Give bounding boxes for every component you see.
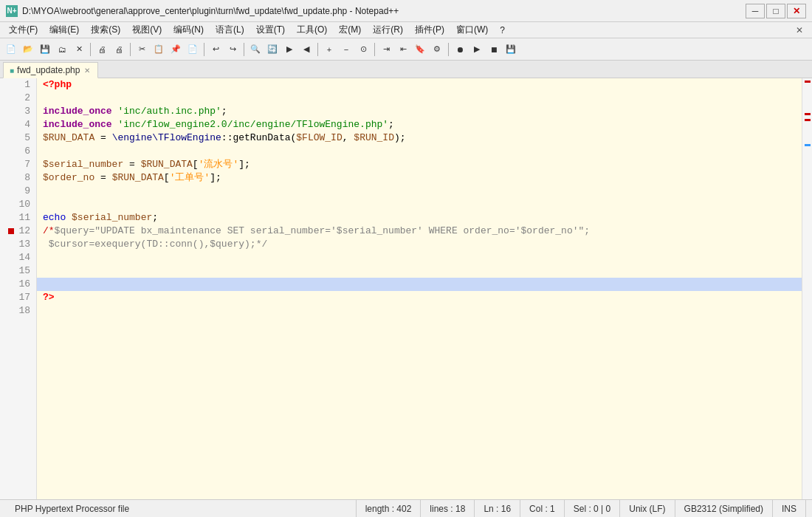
status-length: length : 402: [357, 500, 422, 517]
code-line-1[interactable]: <?php: [37, 78, 802, 92]
menu-settings[interactable]: 设置(T): [250, 22, 291, 38]
close-button[interactable]: ✕: [787, 4, 806, 18]
close-button2[interactable]: ✕: [71, 41, 87, 58]
code-line-9[interactable]: [37, 185, 802, 198]
tab-fwd-update[interactable]: ■ fwd_update.php ✕: [3, 62, 98, 78]
code-line-16[interactable]: [37, 278, 802, 291]
indent-button[interactable]: ⇥: [378, 41, 394, 58]
sep5: [317, 43, 318, 56]
menu-search[interactable]: 搜索(S): [85, 22, 126, 38]
menu-macro[interactable]: 宏(M): [333, 22, 367, 38]
play-button[interactable]: ▶: [469, 41, 485, 58]
line-num-13: 13: [0, 238, 36, 251]
code-area[interactable]: <?php include_once 'inc/auth.inc.php' ; …: [37, 78, 802, 499]
code-line-8[interactable]: $order_no = $RUN_DATA [ '工单号' ];: [37, 171, 802, 185]
macro-button[interactable]: ⚙: [429, 41, 445, 58]
menu-view[interactable]: 视图(V): [126, 22, 168, 38]
line-num-11: 11: [0, 211, 36, 225]
selection-marker: [805, 144, 811, 146]
menu-plugins[interactable]: 插件(P): [409, 22, 450, 38]
replace-button[interactable]: 🔄: [264, 41, 281, 58]
code-line-7[interactable]: $serial_number = $RUN_DATA [ '流水号' ];: [37, 158, 802, 171]
save-button[interactable]: 💾: [37, 41, 53, 58]
line-num-1: 1: [0, 78, 36, 92]
code-line-13[interactable]: $cursor=exequery(TD::conn(),$query);*/: [37, 238, 802, 251]
copy-button[interactable]: 📋: [151, 41, 167, 58]
line-num-12: 12: [0, 225, 36, 238]
sep2: [130, 43, 131, 56]
code-line-15[interactable]: [37, 264, 802, 278]
line-num-7: 7: [0, 158, 36, 171]
code-line-18[interactable]: [37, 304, 802, 318]
outdent-button[interactable]: ⇤: [395, 41, 411, 58]
menu-run[interactable]: 运行(R): [367, 22, 409, 38]
undo-button[interactable]: ↩: [207, 41, 224, 58]
code-line-6[interactable]: [37, 145, 802, 158]
copy2-button[interactable]: 📄: [185, 41, 201, 58]
save-macro-button[interactable]: 💾: [503, 41, 519, 58]
line-num-9: 9: [0, 185, 36, 198]
zoom-reset-button[interactable]: ⊙: [355, 41, 371, 58]
menu-help[interactable]: ?: [494, 24, 511, 37]
title-text: D:\MYOA\webroot\general\approve_center\p…: [22, 6, 399, 16]
record-button[interactable]: ⏺: [452, 41, 468, 58]
line-num-10: 10: [0, 198, 36, 211]
sep4: [244, 43, 244, 56]
code-line-4[interactable]: include_once 'inc/flow_engine2.0/inc/eng…: [37, 118, 802, 131]
line-num-4: 4: [0, 118, 36, 131]
line-num-14: 14: [0, 251, 36, 264]
sep6: [374, 43, 375, 56]
print2-button[interactable]: 🖨: [111, 41, 127, 58]
line-num-18: 18: [0, 304, 36, 318]
find-next-button[interactable]: ▶: [281, 41, 297, 58]
code-line-10[interactable]: [37, 198, 802, 211]
toolbar: 📄 📂 💾 🗂 ✕ 🖨 🖨 ✂ 📋 📌 📄 ↩ ↪ 🔍 🔄 ▶ ◀ + − ⊙ …: [0, 38, 812, 61]
open-button[interactable]: 📂: [20, 41, 36, 58]
find-button[interactable]: 🔍: [247, 41, 264, 58]
code-line-3[interactable]: include_once 'inc/auth.inc.php' ;: [37, 105, 802, 118]
menu-tools[interactable]: 工具(O): [291, 22, 333, 38]
menu-encoding[interactable]: 编码(N): [168, 22, 210, 38]
new-button[interactable]: 📄: [3, 41, 19, 58]
status-line-ending: Unix (LF): [620, 500, 675, 517]
code-line-2[interactable]: [37, 92, 802, 105]
code-line-5[interactable]: $RUN_DATA = \engine\TFlowEngine :: getRu…: [37, 131, 802, 145]
print-button[interactable]: 🖨: [94, 41, 110, 58]
error-marker-3: [805, 119, 811, 121]
tab-close-button[interactable]: ✕: [84, 66, 90, 75]
error-marker-2: [805, 113, 811, 115]
find-prev-button[interactable]: ◀: [298, 41, 314, 58]
code-line-12[interactable]: /* $query="UPDATE bx_maintenance SET ser…: [37, 225, 802, 238]
paste-button[interactable]: 📌: [168, 41, 184, 58]
close-find-bar[interactable]: ✕: [790, 25, 809, 35]
stop-button[interactable]: ⏹: [486, 41, 502, 58]
menu-file[interactable]: 文件(F): [3, 22, 44, 38]
maximize-button[interactable]: □: [766, 4, 785, 18]
menu-edit[interactable]: 编辑(E): [44, 22, 85, 38]
tab-bar: ■ fwd_update.php ✕: [0, 61, 812, 78]
code-line-17[interactable]: ?>: [37, 291, 802, 304]
line-num-3: 3: [0, 105, 36, 118]
menu-language[interactable]: 语言(L): [210, 22, 250, 38]
line-numbers: 1 2 3 4 5 6 7 8 9 10 11: [0, 78, 37, 499]
line-num-17: 17: [0, 291, 36, 304]
minimize-button[interactable]: ─: [746, 4, 765, 18]
menu-bar: 文件(F) 编辑(E) 搜索(S) 视图(V) 编码(N) 语言(L) 设置(T…: [0, 22, 812, 38]
zoom-in-button[interactable]: +: [321, 41, 337, 58]
status-encoding: GB2312 (Simplified): [675, 500, 773, 517]
bookmark-button[interactable]: 🔖: [412, 41, 428, 58]
tab-filename: fwd_update.php: [17, 65, 80, 75]
sep1: [90, 43, 91, 56]
window-controls[interactable]: ─ □ ✕: [746, 4, 806, 18]
cut-button[interactable]: ✂: [134, 41, 150, 58]
status-col: Col : 1: [520, 500, 565, 517]
title-bar-left: N+ D:\MYOA\webroot\general\approve_cente…: [6, 5, 399, 17]
menu-window[interactable]: 窗口(W): [450, 22, 494, 38]
code-line-14[interactable]: [37, 251, 802, 264]
app-icon: N+: [6, 5, 18, 17]
zoom-out-button[interactable]: −: [338, 41, 354, 58]
redo-button[interactable]: ↪: [224, 41, 241, 58]
save-all-button[interactable]: 🗂: [54, 41, 70, 58]
code-line-11[interactable]: echo $serial_number ;: [37, 211, 802, 225]
status-ln: Ln : 16: [475, 500, 520, 517]
